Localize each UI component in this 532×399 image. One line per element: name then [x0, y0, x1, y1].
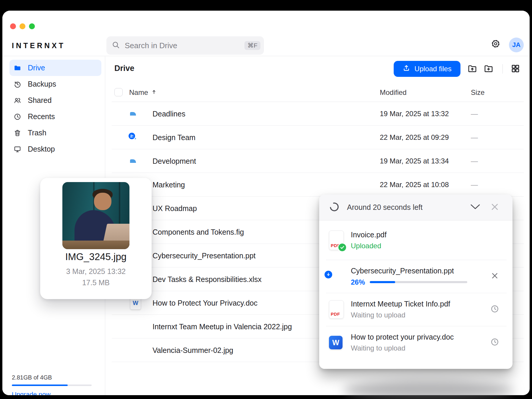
- window-controls: [10, 23, 35, 29]
- upload-item: PDF Invoice.pdf Uploaded: [319, 220, 512, 260]
- preview-filename: IMG_3245.jpg: [40, 251, 152, 262]
- file-table-header: Name Modified Size: [112, 83, 524, 102]
- file-row[interactable]: Development 19 Mar, 2025 at 13:34 —: [112, 149, 524, 173]
- clock-icon: [14, 113, 21, 121]
- sidebar-item-recents[interactable]: Recents: [9, 108, 101, 125]
- upload-item: Cybersecurity_Presentation.ppt 26%: [319, 260, 512, 293]
- upload-folder-button[interactable]: [467, 64, 478, 74]
- upload-item-name: Cybersecurity_Presentation.ppt: [351, 267, 489, 275]
- upload-progress-fill: [370, 281, 395, 283]
- search-icon: [112, 41, 120, 50]
- sidebar-item-label: Drive: [28, 64, 45, 72]
- file-row[interactable]: Design Team 22 Mar, 2025 at 09:29 —: [112, 126, 524, 149]
- search-input[interactable]: [124, 41, 244, 51]
- sidebar-item-drive[interactable]: Drive: [9, 60, 101, 76]
- storage-progress-bar: [12, 385, 92, 386]
- history-icon: [14, 80, 21, 88]
- chevron-down-icon: [470, 204, 481, 211]
- search-bar[interactable]: ⌘F: [106, 36, 264, 55]
- clock-icon: [490, 338, 499, 348]
- sidebar-item-label: Recents: [28, 112, 55, 121]
- upload-progress-bar: [370, 281, 467, 283]
- upload-item-status: Waiting to upload: [351, 311, 489, 319]
- trash-icon: [14, 129, 21, 137]
- clock-icon: [490, 304, 499, 314]
- sidebar-item-backups[interactable]: Backups: [9, 76, 101, 92]
- spinner-icon: [329, 202, 339, 213]
- column-header-name[interactable]: Name: [129, 88, 157, 97]
- upload-panel-header: Around 20 seconds left: [319, 194, 512, 220]
- sidebar-item-label: Backups: [28, 80, 56, 88]
- top-bar: INTERNXT ⌘F JA: [2, 11, 530, 56]
- page-title: Drive: [114, 64, 134, 73]
- waiting-indicator: [489, 338, 501, 348]
- upload-progress-panel: Around 20 seconds left PDF: [319, 194, 512, 369]
- sort-ascending-icon: [151, 88, 157, 97]
- upload-item-name: Internxt Meetup Ticket Info.pdf: [351, 300, 489, 308]
- file-row[interactable]: Marketing 22 Mar, 2025 at 10:08 —: [112, 173, 524, 197]
- storage-widget: 2.81GB of 4GB Upgrade now: [12, 374, 95, 395]
- pdf-file-icon: PDF: [329, 300, 344, 319]
- settings-button[interactable]: [489, 38, 502, 51]
- column-header-modified[interactable]: Modified: [380, 88, 407, 97]
- close-icon: [491, 272, 499, 281]
- sidebar-item-label: Desktop: [28, 145, 55, 153]
- grid-view-button[interactable]: [510, 64, 521, 74]
- shared-badge-icon: [128, 132, 136, 140]
- upgrade-now-link[interactable]: Upgrade now: [12, 391, 95, 395]
- check-circle-icon: [338, 243, 347, 252]
- sidebar-item-label: Trash: [28, 129, 46, 137]
- collapse-panel-button[interactable]: [469, 202, 481, 213]
- sidebar-item-label: Shared: [28, 96, 52, 105]
- gear-icon: [491, 39, 500, 50]
- upload-item-name: Invoice.pdf: [351, 231, 489, 239]
- zoom-window-button[interactable]: [29, 23, 35, 29]
- upload-item-status: Uploaded: [351, 242, 489, 250]
- sidebar-item-shared[interactable]: Shared: [9, 92, 101, 108]
- toolbar-divider: [502, 64, 503, 74]
- preview-date: 3 Mar, 2025 13:32: [40, 267, 152, 276]
- upload-files-button[interactable]: Upload files: [394, 61, 460, 77]
- panel-drop-shadow: [343, 381, 514, 399]
- folder-upload-icon: [467, 64, 477, 75]
- storage-progress-fill: [12, 385, 68, 386]
- upload-item-name: How to protect your privacy.doc: [351, 333, 489, 341]
- folder-icon: [14, 64, 21, 72]
- monitor-icon: [14, 145, 21, 153]
- minimize-window-button[interactable]: [20, 23, 25, 29]
- avatar[interactable]: JA: [509, 38, 524, 52]
- downloading-badge-icon: [324, 270, 333, 279]
- upload-progress-percent: 26%: [351, 278, 365, 286]
- upload-icon: [403, 64, 410, 74]
- upload-item: W How to protect your privacy.doc Waitin…: [319, 326, 512, 359]
- search-shortcut-badge: ⌘F: [244, 41, 260, 50]
- upload-time-remaining: Around 20 seconds left: [347, 203, 469, 212]
- sidebar-item-trash[interactable]: Trash: [9, 125, 101, 141]
- upload-files-label: Upload files: [414, 65, 451, 73]
- sidebar-item-desktop[interactable]: Desktop: [9, 141, 101, 157]
- app-window: INTERNXT ⌘F JA: [2, 11, 530, 395]
- cancel-upload-button[interactable]: [489, 272, 501, 281]
- select-all-checkbox[interactable]: [114, 88, 123, 96]
- pdf-file-icon: PDF: [329, 231, 344, 250]
- word-file-icon: W: [329, 336, 343, 349]
- preview-photo: [62, 182, 129, 249]
- folder-plus-icon: [484, 64, 494, 75]
- upload-item-status: Waiting to upload: [351, 344, 489, 352]
- file-preview-card: IMG_3245.jpg 3 Mar, 2025 13:32 17.5 MB: [40, 178, 152, 299]
- column-header-size[interactable]: Size: [471, 88, 485, 97]
- close-window-button[interactable]: [10, 23, 16, 29]
- people-icon: [14, 97, 21, 104]
- close-icon: [490, 202, 499, 213]
- file-row[interactable]: Deadlines 19 Mar, 2025 at 13:32 —: [112, 102, 524, 126]
- grid-view-icon: [511, 64, 520, 74]
- preview-size: 17.5 MB: [40, 278, 152, 287]
- storage-usage-text: 2.81GB of 4GB: [12, 374, 95, 381]
- internxt-logo: INTERNXT: [12, 41, 65, 50]
- close-panel-button[interactable]: [489, 202, 501, 213]
- upload-item: PDF Internxt Meetup Ticket Info.pdf Wait…: [319, 293, 512, 326]
- waiting-indicator: [489, 304, 501, 314]
- create-folder-button[interactable]: [483, 64, 494, 74]
